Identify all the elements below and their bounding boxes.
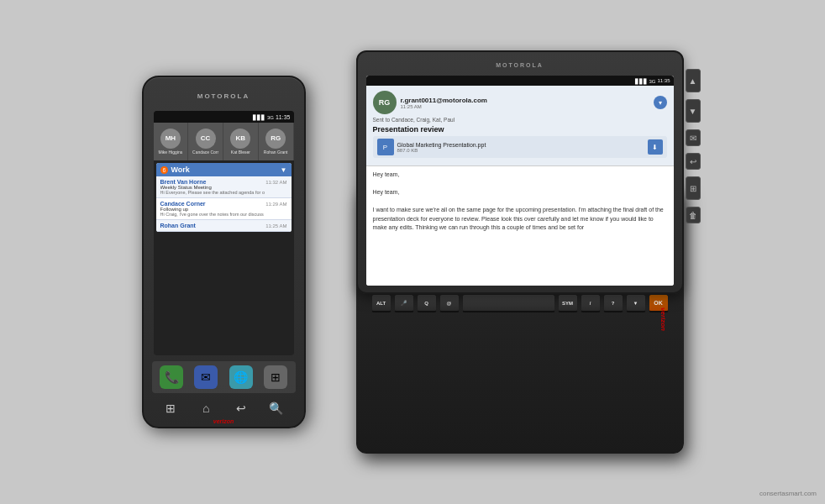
email-content: Hey team, I want to make sure we're all … [373, 188, 667, 233]
side-mail-btn[interactable]: ✉ [686, 129, 701, 146]
mike-name: Mike Higgins [159, 150, 183, 155]
rohan-avatar: RG [265, 129, 286, 149]
preview-1: Hi Craig, I've gone over the notes from … [160, 212, 287, 217]
attachment-size: 887.0 KB [397, 148, 486, 153]
phone2-screen: ▊▊▊ 3G 11:35 RG r.grant0011@motorola.com… [366, 76, 674, 286]
key-space[interactable] [462, 294, 555, 312]
email-widget-chevron: ▼ [281, 166, 287, 174]
email-subject: Presentation review [373, 125, 667, 134]
key-down-arrow[interactable]: ▼ [626, 294, 646, 312]
nav-search-icon[interactable]: 🔍 [266, 398, 286, 418]
email-badge: 6 [160, 166, 169, 174]
dock-phone-icon[interactable]: 📞 [160, 365, 183, 389]
kat-name: Kat Bleser [231, 150, 250, 155]
email-header: RG r.grant0011@motorola.com 11:25 AM ▾ S… [366, 86, 674, 166]
contact-mike[interactable]: MH Mike Higgins [154, 123, 189, 160]
time-1: 11:29 AM [265, 202, 286, 207]
phone2-verizon: verizon [659, 307, 667, 331]
key-q-bottom[interactable]: Q [417, 294, 437, 312]
kat-avatar: KB [230, 129, 250, 149]
email-view: ▊▊▊ 3G 11:35 RG r.grant0011@motorola.com… [366, 76, 674, 286]
email-item-0[interactable]: Brent Van Horne 11:32 AM Weekly Status M… [156, 176, 292, 198]
phone1-status-bar: ▊▊▊ 3G 11:35 [154, 111, 294, 123]
email-widget: 6 Work ▼ Brent Van Horne 11:32 AM Weekly… [156, 163, 292, 232]
sender-2: Rohan Grant [160, 223, 196, 228]
mike-avatar: MH [160, 129, 181, 149]
kb-row-bottom: ALT 🎤 Q @ SYM / ? ▼ OK [371, 294, 669, 312]
candace-avatar: CC [196, 129, 216, 149]
phone1-screen: ▊▊▊ 3G 11:35 MH Mike Higgins CC Candace … [154, 111, 294, 355]
phone1-nav: ⊞ ⌂ ↩ 🔍 [154, 398, 294, 418]
contact-rohan[interactable]: RG Rohan Grant [259, 123, 294, 160]
side-up-btn[interactable]: ▲ [686, 69, 701, 92]
key-mic[interactable]: 🎤 [394, 294, 414, 312]
phone2-screen-slider: MOTOROLA ▊▊▊ 3G 11:35 RG r.grant0011@mot… [356, 50, 684, 294]
phone1-dock: 📞 ✉ 🌐 ⊞ [152, 361, 296, 393]
key-sym[interactable]: SYM [558, 294, 578, 312]
dock-apps-icon[interactable]: ⊞ [264, 365, 287, 389]
key-at[interactable]: @ [439, 294, 460, 312]
time-2: 11:25 AM [265, 223, 286, 228]
attachment-name: Global Marketing Presentation.ppt [397, 142, 486, 148]
phone2-brand: MOTOROLA [358, 62, 682, 68]
email-to: Sent to Candace, Craig, Kat, Paul [373, 117, 667, 123]
dock-browser-icon[interactable]: 🌐 [229, 365, 253, 389]
dock-mail-icon[interactable]: ✉ [194, 365, 218, 389]
email-widget-title: Work [171, 165, 280, 174]
attachment-icon: P [377, 139, 394, 155]
phone2-device: 1 2 3 4 5 6 7 8 9 0 Q~ W! E# R$ T [356, 50, 684, 454]
rohan-name: Rohan Grant [264, 150, 288, 155]
email-item-1[interactable]: Candace Corner 11:29 AM Following up Hi … [156, 198, 292, 220]
side-down-btn[interactable]: ▼ [686, 99, 701, 123]
sender-0: Brent Van Horne [160, 179, 207, 185]
side-delete-btn[interactable]: 🗑 [686, 207, 701, 223]
email-body: Hey team, Hey team, I want to make sure … [366, 166, 674, 237]
contacts-strip: MH Mike Higgins CC Candace Corr KB Kat B… [154, 123, 294, 160]
key-fwd-slash[interactable]: / [581, 294, 601, 312]
attachment-download-button[interactable]: ⬇ [648, 139, 663, 155]
phone1-signal: ▊▊▊ 3G [253, 114, 274, 120]
contact-candace[interactable]: CC Candace Corr [188, 123, 223, 160]
nav-back-icon[interactable]: ↩ [231, 398, 251, 418]
phone2-time: 11:35 [657, 78, 670, 83]
email-item-2[interactable]: Rohan Grant 11:25 AM [156, 220, 292, 232]
sender-info: r.grant0011@motorola.com 11:25 AM [401, 97, 649, 109]
phone2-side-buttons: ▲ ▼ ✉ ↩ ⊞ 🗑 [686, 69, 701, 223]
phone1-brand: MOTOROLA [144, 92, 304, 100]
sender-email: r.grant0011@motorola.com [401, 97, 649, 104]
nav-menu-icon[interactable]: ⊞ [160, 398, 181, 418]
key-question[interactable]: ? [603, 294, 623, 312]
contact-kat[interactable]: KB Kat Bleser [223, 123, 259, 160]
time-0: 11:32 AM [265, 180, 286, 185]
email-attachment[interactable]: P Global Marketing Presentation.ppt 887.… [373, 136, 667, 158]
side-grid-btn[interactable]: ⊞ [686, 176, 701, 200]
sender-avatar: RG [373, 91, 397, 114]
email-greeting: Hey team, [373, 171, 667, 180]
email-widget-header[interactable]: 6 Work ▼ [156, 163, 292, 176]
expand-button[interactable]: ▾ [654, 96, 667, 109]
phone2-signal: ▊▊▊ 3G [635, 78, 656, 84]
phone1-verizon: verizon [144, 418, 304, 424]
candace-name: Candace Corr [192, 150, 218, 155]
attachment-info: Global Marketing Presentation.ppt 887.0 … [397, 142, 486, 153]
sender-1: Candace Corner [160, 201, 206, 207]
phone2-status-bar: ▊▊▊ 3G 11:35 [366, 76, 674, 86]
sender-row: RG r.grant0011@motorola.com 11:25 AM ▾ [373, 91, 667, 114]
side-back-btn[interactable]: ↩ [686, 153, 701, 170]
phone1-device: MOTOROLA ▊▊▊ 3G 11:35 MH Mike Higgins CC… [142, 76, 306, 428]
phone1-time: 11:35 [276, 114, 291, 120]
nav-home-icon[interactable]: ⌂ [196, 398, 216, 418]
preview-0: Hi Everyone, Please see the attached age… [160, 190, 287, 195]
key-alt[interactable]: ALT [371, 294, 391, 312]
watermark: consertasmart.com [759, 490, 817, 497]
sender-time: 11:25 AM [401, 104, 649, 109]
